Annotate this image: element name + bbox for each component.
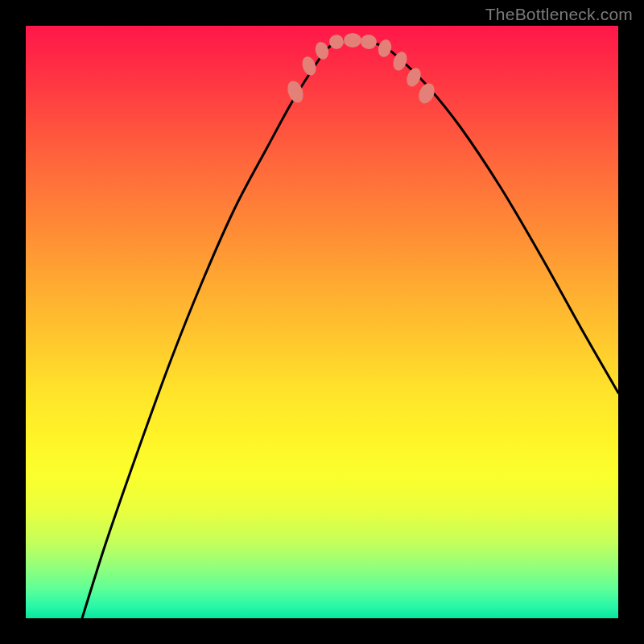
watermark-text: TheBottleneck.com — [485, 5, 633, 24]
marker-blob — [360, 34, 377, 50]
marker-blob — [344, 33, 361, 47]
marker-blob — [313, 40, 330, 60]
marker-blob — [376, 38, 393, 58]
marker-layer — [285, 33, 438, 106]
plot-area — [26, 26, 618, 618]
curve-layer — [82, 39, 618, 618]
marker-blob — [329, 35, 344, 49]
marker-blob — [299, 55, 318, 77]
curve-path — [82, 39, 618, 618]
chart-svg — [26, 26, 618, 618]
chart-frame: TheBottleneck.com — [0, 0, 644, 644]
